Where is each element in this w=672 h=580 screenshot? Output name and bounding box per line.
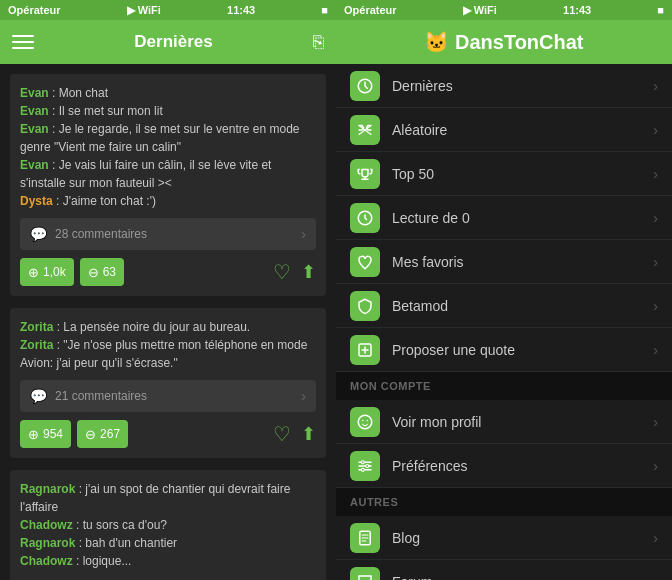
status-bar-right: Opérateur ▶ WiFi 11:43 ■ (336, 0, 672, 20)
section-mon-compte: MON COMPTE (336, 372, 672, 400)
downvote-icon: ⊖ (88, 265, 99, 280)
menu-label-betamod: Betamod (392, 298, 653, 314)
share-icon-2[interactable]: ⬆ (301, 423, 316, 445)
post-1-downvote-count: 63 (103, 265, 116, 279)
section-mon-compte-label: MON COMPTE (350, 380, 431, 392)
menu-item-dernieres[interactable]: Dernières › (336, 64, 672, 108)
post-3: Ragnarok : j'ai un spot de chantier qui … (10, 470, 326, 580)
right-header: 🐱 DansTonChat (336, 20, 672, 64)
smiley-icon (350, 407, 380, 437)
post-1-text: Evan : Mon chat Evan : Il se met sur mon… (20, 84, 316, 210)
menu-item-preferences[interactable]: Préférences › (336, 444, 672, 488)
svg-point-11 (361, 468, 364, 471)
chevron-lecture0: › (653, 210, 658, 226)
chevron-preferences: › (653, 458, 658, 474)
post-2-upvote-count: 954 (43, 427, 63, 441)
chevron-top50: › (653, 166, 658, 182)
post-1-upvote[interactable]: ⊕ 1,0k (20, 258, 74, 286)
battery-left: ■ (321, 4, 328, 16)
svg-point-9 (361, 460, 364, 463)
menu-item-blog[interactable]: Blog › (336, 516, 672, 560)
menu-item-lecture0[interactable]: Lecture de 0 › (336, 196, 672, 240)
random-icon (350, 115, 380, 145)
hamburger-menu[interactable] (12, 35, 34, 49)
menu-item-betamod[interactable]: Betamod › (336, 284, 672, 328)
post-2-downvote-count: 267 (100, 427, 120, 441)
left-header-title: Dernières (34, 32, 313, 52)
clock2-icon (350, 203, 380, 233)
heart-icon-2[interactable]: ♡ (273, 422, 291, 446)
section-autres-label: AUTRES (350, 496, 398, 508)
post-2-downvote[interactable]: ⊖ 267 (77, 420, 128, 448)
menu-label-preferences: Préférences (392, 458, 653, 474)
chevron-aleatoire: › (653, 122, 658, 138)
menu-label-aleatoire: Aléatoire (392, 122, 653, 138)
chevron-forum: › (653, 574, 658, 581)
chevron-right-icon-2: › (301, 388, 306, 404)
comment-icon-2: 💬 (30, 388, 47, 404)
time-left: 11:43 (227, 4, 255, 16)
chevron-right-icon: › (301, 226, 306, 242)
menu-label-dernieres: Dernières (392, 78, 653, 94)
svg-point-4 (362, 419, 364, 421)
status-bar-left: Opérateur ▶ WiFi 11:43 ■ (0, 0, 336, 20)
menu-label-blog: Blog (392, 530, 653, 546)
signal-right: ▶ WiFi (463, 4, 497, 17)
shield-icon (350, 291, 380, 321)
post-1-comment-count: 28 commentaires (55, 227, 147, 241)
clock-icon (350, 71, 380, 101)
operator-right: Opérateur (344, 4, 397, 16)
menu-item-proposer[interactable]: Proposer une quote › (336, 328, 672, 372)
comment-icon: 💬 (30, 226, 47, 242)
upvote-icon-2: ⊕ (28, 427, 39, 442)
chat-icon (350, 567, 380, 581)
post-1-downvote[interactable]: ⊖ 63 (80, 258, 124, 286)
post-1-actions: ⊕ 1,0k ⊖ 63 ♡ ⬆ (20, 258, 316, 286)
svg-point-10 (366, 464, 369, 467)
menu-label-top50: Top 50 (392, 166, 653, 182)
sliders-icon (350, 451, 380, 481)
menu-item-forum[interactable]: Forum › (336, 560, 672, 580)
right-menu: Dernières › Aléatoire › Top 50 › Lecture… (336, 64, 672, 580)
svg-point-5 (367, 419, 369, 421)
left-header: Dernières ⎘ (0, 20, 336, 64)
battery-right: ■ (657, 4, 664, 16)
post-2-comments[interactable]: 💬 21 commentaires › (20, 380, 316, 412)
post-2: Zorita : La pensée noire du jour au bure… (10, 308, 326, 458)
chevron-profil: › (653, 414, 658, 430)
menu-item-profil[interactable]: Voir mon profil › (336, 400, 672, 444)
post-3-text: Ragnarok : j'ai un spot de chantier qui … (20, 480, 316, 570)
chevron-favoris: › (653, 254, 658, 270)
doc-icon (350, 523, 380, 553)
menu-label-profil: Voir mon profil (392, 414, 653, 430)
menu-item-top50[interactable]: Top 50 › (336, 152, 672, 196)
svg-point-3 (358, 415, 372, 429)
trophy-icon (350, 159, 380, 189)
chevron-blog: › (653, 530, 658, 546)
section-autres: AUTRES (336, 488, 672, 516)
heart-icon[interactable]: ♡ (273, 260, 291, 284)
post-1-upvote-count: 1,0k (43, 265, 66, 279)
menu-label-proposer: Proposer une quote (392, 342, 653, 358)
menu-item-aleatoire[interactable]: Aléatoire › (336, 108, 672, 152)
edit-icon[interactable]: ⎘ (313, 32, 324, 53)
menu-item-favoris[interactable]: Mes favoris › (336, 240, 672, 284)
heart-menu-icon (350, 247, 380, 277)
downvote-icon-2: ⊖ (85, 427, 96, 442)
right-panel: Opérateur ▶ WiFi 11:43 ■ 🐱 DansTonChat D… (336, 0, 672, 580)
post-2-comment-count: 21 commentaires (55, 389, 147, 403)
left-panel: Opérateur ▶ WiFi 11:43 ■ Dernières ⎘ Eva… (0, 0, 336, 580)
share-icon[interactable]: ⬆ (301, 261, 316, 283)
post-2-upvote[interactable]: ⊕ 954 (20, 420, 71, 448)
post-2-text: Zorita : La pensée noire du jour au bure… (20, 318, 316, 372)
time-right: 11:43 (563, 4, 591, 16)
post-1: Evan : Mon chat Evan : Il se met sur mon… (10, 74, 326, 296)
menu-label-lecture0: Lecture de 0 (392, 210, 653, 226)
menu-label-favoris: Mes favoris (392, 254, 653, 270)
chevron-dernieres: › (653, 78, 658, 94)
upvote-icon: ⊕ (28, 265, 39, 280)
chevron-betamod: › (653, 298, 658, 314)
post-1-comments[interactable]: 💬 28 commentaires › (20, 218, 316, 250)
post-2-actions: ⊕ 954 ⊖ 267 ♡ ⬆ (20, 420, 316, 448)
signal-left: ▶ WiFi (127, 4, 161, 17)
